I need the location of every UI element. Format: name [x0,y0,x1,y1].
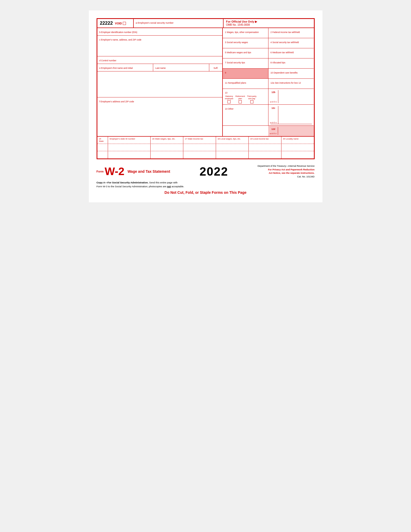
box13-label: 13 [225,91,227,94]
local-wages-val-2 [216,151,249,158]
address-label: f Employee's address and ZIP code [99,100,134,103]
locality-val-1 [281,144,314,151]
box11-cell: 11 Nonqualified plans [223,79,268,89]
w2-title-row: Form W-2 Wage and Tax Statement 2022 Dep… [97,164,315,178]
form-word: Form [97,170,104,173]
local-tax-val-2 [249,151,281,158]
box12c-label: 12c [272,107,277,109]
box5-label: 5 Medicare wages and tips [225,51,251,54]
third-party-checkbox[interactable] [250,100,253,103]
employee-details-row [97,71,223,97]
control-label: d Control number [99,59,117,62]
form-id-number: 22222 [100,21,113,26]
suff-label: Suff. [214,67,218,69]
retirement-label: Retirement plan [235,95,245,100]
cat-no: Cat. No. 10134D [258,175,315,179]
box3-label: 3 Social security wages [225,41,248,44]
code-label-b: C O D E [272,101,277,102]
left-panel: b Employer identification number (EIN) c… [97,28,223,136]
state-header-row: 15 State Employer's state ID number 16 S… [97,137,314,144]
lastname-cell: Last name [153,64,209,71]
employer-label: c Employer's name, address, and ZIP code [99,38,142,41]
box15-label: 15 State [99,138,104,142]
box5-cell: 5 Medicare wages and tips [223,48,268,58]
third-party-label: Third-party sick pay [247,95,256,100]
box9-cell: 9 [223,69,268,78]
code-label-d: C O D E [271,133,277,134]
state-val-1 [97,144,108,151]
third-party-item: Third-party sick pay [247,95,256,103]
omb-number: OMB No. 1545-0008 [226,23,311,26]
statutory-employee-item: Statutory employee [225,95,233,103]
state-wages-val-2 [151,151,183,158]
tax-year: 2022 [199,164,228,178]
box12d-cell: 12d C O D E [268,126,314,136]
box7-label: 7 Social security tips [225,61,245,64]
row-3-4: 3 Social security wages 4 Social securit… [223,38,314,48]
irs-info: Department of the Treasury—Internal Reve… [258,164,315,178]
void-section: VOID [115,22,126,25]
copy-a-not: not [167,185,171,188]
box7-cell: 7 Social security tips [223,58,268,68]
state-section: 15 State Employer's state ID number 16 S… [97,136,314,158]
official-use-text: For Official Use Only ▶ [226,20,311,23]
retirement-plan-item: Retirement plan [235,95,245,103]
ein-label: b Employer identification number (EIN) [99,31,137,34]
form-footer: Form W-2 Wage and Tax Statement 2022 Dep… [97,164,315,195]
box1-cell: 1 Wages, tips, other compensation [223,28,268,38]
box1-label: 1 Wages, tips, other compensation [225,31,259,34]
employer-id-val-2 [108,151,151,158]
row-9-10: 9 10 Dependent care benefits [223,69,314,79]
copy-a-text: Copy A—For Social Security Administratio… [97,181,149,184]
code-label-c: C O D E [272,122,277,123]
copy-a-detail: Send this entire page with [149,181,178,184]
box14-label: 14 Other [225,108,233,110]
statutory-checkbox[interactable] [227,100,231,103]
box14-extra-cell [223,126,268,136]
row-5-6: 5 Medicare wages and tips 6 Medicare tax… [223,48,314,58]
official-use-cell: For Official Use Only ▶ OMB No. 1545-000… [224,19,314,28]
w2-logo: W-2 [105,166,124,177]
firstname-cell: e Employee's first name and initial [97,64,153,71]
state-data-row-2 [97,151,314,158]
statutory-label: Statutory employee [225,95,233,100]
lastname-label: Last name [155,67,166,69]
box4-label: 4 Social security tax withheld [271,41,299,44]
row-12d: 12d C O D E [223,126,314,136]
copy-info: Copy A—For Social Security Administratio… [97,181,315,188]
state-wages-cell: 16 State wages, tips, etc. [151,137,183,144]
checkbox-group: Statutory employee Retirement plan Third… [225,95,266,103]
box11-label: 11 Nonqualified plans [225,82,246,84]
box9-label: 9 [225,71,226,74]
state-val-2 [97,151,108,158]
box12a-label: 12a See instructions for box 12 [271,82,301,84]
privacy-act: For Privacy Act and Paperwork Reduction [258,168,315,172]
box4-cell: 4 Social security tax withheld [268,38,314,48]
state-wages-val-1 [151,144,183,151]
suff-cell: Suff. [209,64,222,71]
state-tax-val-2 [183,151,216,158]
box12d-label: 12d [271,128,277,130]
box16-label: 16 State wages, tips, etc. [152,138,175,140]
employer-row: c Employer's name, address, and ZIP code [97,36,223,56]
box12b-label: 12b [272,91,277,94]
box10-cell: 10 Dependent care benefits [268,69,314,78]
box12c-cell: 12c C O D E [268,105,314,125]
box12d-code: 12d C O D E [270,127,278,135]
address-row: f Employee's address and ZIP code [97,97,223,105]
row-11-12a: 11 Nonqualified plans 12a See instructio… [223,79,314,89]
ssn-cell: a Employee's social security number [134,19,224,28]
void-checkbox[interactable] [123,22,126,25]
form-id-cell: 22222 VOID [97,19,134,28]
ein-row: b Employer identification number (EIN) [97,28,223,36]
copy-a-detail2: Form W-3 to the Social Security Administ… [97,185,166,188]
box12b-cell: 12b C O D E [268,89,314,104]
local-wages-val-1 [216,144,249,151]
box6-label: 6 Medicare tax withheld [271,51,294,54]
box17-label: 17 State income tax [185,138,203,140]
w2-title: Wage and Tax Statement [127,169,170,174]
box12b-code: 12b C O D E [271,90,278,103]
locality-val-2 [281,151,314,158]
box8-label: 8 Allocated tips [271,61,285,64]
retirement-checkbox[interactable] [239,100,242,103]
